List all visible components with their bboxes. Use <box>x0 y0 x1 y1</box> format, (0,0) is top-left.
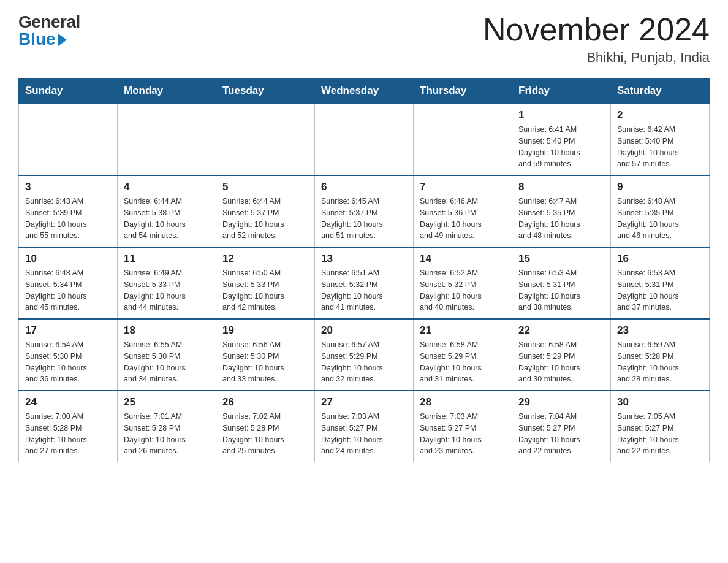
calendar-cell: 17Sunrise: 6:54 AMSunset: 5:30 PMDayligh… <box>19 319 118 391</box>
day-number: 28 <box>420 396 506 408</box>
day-info: Sunrise: 7:00 AMSunset: 5:28 PMDaylight:… <box>25 411 111 457</box>
day-number: 30 <box>617 396 703 408</box>
calendar-cell: 4Sunrise: 6:44 AMSunset: 5:38 PMDaylight… <box>118 175 216 247</box>
day-number: 23 <box>617 324 703 337</box>
calendar-cell: 22Sunrise: 6:58 AMSunset: 5:29 PMDayligh… <box>512 319 611 391</box>
month-title: November 2024 <box>483 12 710 47</box>
day-info: Sunrise: 6:43 AMSunset: 5:39 PMDaylight:… <box>25 196 111 242</box>
day-info: Sunrise: 7:04 AMSunset: 5:27 PMDaylight:… <box>518 411 604 457</box>
day-number: 14 <box>420 253 506 265</box>
day-info: Sunrise: 6:59 AMSunset: 5:28 PMDaylight:… <box>617 339 703 385</box>
calendar-cell: 25Sunrise: 7:01 AMSunset: 5:28 PMDayligh… <box>118 391 216 462</box>
calendar-week-row: 3Sunrise: 6:43 AMSunset: 5:39 PMDaylight… <box>19 175 710 247</box>
weekday-header-row: SundayMondayTuesdayWednesdayThursdayFrid… <box>19 79 710 104</box>
calendar-cell: 16Sunrise: 6:53 AMSunset: 5:31 PMDayligh… <box>611 247 710 319</box>
day-info: Sunrise: 6:53 AMSunset: 5:31 PMDaylight:… <box>518 267 604 313</box>
calendar-cell: 28Sunrise: 7:03 AMSunset: 5:27 PMDayligh… <box>414 391 512 462</box>
day-number: 25 <box>124 396 210 408</box>
calendar-cell: 19Sunrise: 6:56 AMSunset: 5:30 PMDayligh… <box>216 319 315 391</box>
day-number: 7 <box>420 181 506 193</box>
calendar-cell <box>414 104 512 175</box>
day-info: Sunrise: 7:03 AMSunset: 5:27 PMDaylight:… <box>420 411 506 457</box>
calendar-cell: 3Sunrise: 6:43 AMSunset: 5:39 PMDaylight… <box>19 175 118 247</box>
calendar-cell <box>216 104 315 175</box>
day-info: Sunrise: 6:52 AMSunset: 5:32 PMDaylight:… <box>420 267 506 313</box>
day-number: 24 <box>25 396 111 408</box>
day-info: Sunrise: 6:58 AMSunset: 5:29 PMDaylight:… <box>518 339 604 385</box>
day-number: 20 <box>321 324 407 337</box>
day-info: Sunrise: 6:54 AMSunset: 5:30 PMDaylight:… <box>25 339 111 385</box>
day-info: Sunrise: 6:49 AMSunset: 5:33 PMDaylight:… <box>124 267 210 313</box>
day-number: 12 <box>222 253 308 265</box>
day-info: Sunrise: 6:47 AMSunset: 5:35 PMDaylight:… <box>518 196 604 242</box>
title-area: November 2024 Bhikhi, Punjab, India <box>483 12 710 66</box>
calendar-cell: 14Sunrise: 6:52 AMSunset: 5:32 PMDayligh… <box>414 247 512 319</box>
weekday-header-tuesday: Tuesday <box>216 79 315 104</box>
weekday-header-monday: Monday <box>118 79 216 104</box>
calendar-cell: 5Sunrise: 6:44 AMSunset: 5:37 PMDaylight… <box>216 175 315 247</box>
calendar-cell <box>118 104 216 175</box>
day-number: 4 <box>124 181 210 193</box>
day-info: Sunrise: 6:56 AMSunset: 5:30 PMDaylight:… <box>222 339 308 385</box>
calendar-body: 1Sunrise: 6:41 AMSunset: 5:40 PMDaylight… <box>19 104 710 462</box>
day-info: Sunrise: 6:55 AMSunset: 5:30 PMDaylight:… <box>124 339 210 385</box>
calendar-table: SundayMondayTuesdayWednesdayThursdayFrid… <box>18 78 710 462</box>
day-info: Sunrise: 6:44 AMSunset: 5:37 PMDaylight:… <box>222 196 308 242</box>
day-number: 18 <box>124 324 210 337</box>
calendar-cell <box>315 104 414 175</box>
day-number: 8 <box>518 181 604 193</box>
weekday-header-wednesday: Wednesday <box>315 79 414 104</box>
day-number: 15 <box>518 253 604 265</box>
calendar-cell: 29Sunrise: 7:04 AMSunset: 5:27 PMDayligh… <box>512 391 611 462</box>
day-info: Sunrise: 6:45 AMSunset: 5:37 PMDaylight:… <box>321 196 407 242</box>
day-info: Sunrise: 6:50 AMSunset: 5:33 PMDaylight:… <box>222 267 308 313</box>
calendar-cell: 6Sunrise: 6:45 AMSunset: 5:37 PMDaylight… <box>315 175 414 247</box>
day-number: 22 <box>518 324 604 337</box>
calendar-cell: 9Sunrise: 6:48 AMSunset: 5:35 PMDaylight… <box>611 175 710 247</box>
day-number: 9 <box>617 181 703 193</box>
day-info: Sunrise: 6:57 AMSunset: 5:29 PMDaylight:… <box>321 339 407 385</box>
location-title: Bhikhi, Punjab, India <box>483 50 710 66</box>
calendar-cell: 21Sunrise: 6:58 AMSunset: 5:29 PMDayligh… <box>414 319 512 391</box>
calendar-week-row: 1Sunrise: 6:41 AMSunset: 5:40 PMDaylight… <box>19 104 710 175</box>
calendar-cell: 27Sunrise: 7:03 AMSunset: 5:27 PMDayligh… <box>315 391 414 462</box>
calendar-cell: 23Sunrise: 6:59 AMSunset: 5:28 PMDayligh… <box>611 319 710 391</box>
day-number: 13 <box>321 253 407 265</box>
day-info: Sunrise: 6:46 AMSunset: 5:36 PMDaylight:… <box>420 196 506 242</box>
day-info: Sunrise: 6:53 AMSunset: 5:31 PMDaylight:… <box>617 267 703 313</box>
calendar-cell: 11Sunrise: 6:49 AMSunset: 5:33 PMDayligh… <box>118 247 216 319</box>
logo: General Blue <box>18 12 80 49</box>
day-number: 21 <box>420 324 506 337</box>
day-number: 5 <box>222 181 308 193</box>
calendar-cell: 2Sunrise: 6:42 AMSunset: 5:40 PMDaylight… <box>611 104 710 175</box>
day-info: Sunrise: 7:05 AMSunset: 5:27 PMDaylight:… <box>617 411 703 457</box>
day-info: Sunrise: 7:03 AMSunset: 5:27 PMDaylight:… <box>321 411 407 457</box>
day-number: 27 <box>321 396 407 408</box>
calendar-cell: 26Sunrise: 7:02 AMSunset: 5:28 PMDayligh… <box>216 391 315 462</box>
day-info: Sunrise: 6:48 AMSunset: 5:35 PMDaylight:… <box>617 196 703 242</box>
day-number: 6 <box>321 181 407 193</box>
day-info: Sunrise: 6:42 AMSunset: 5:40 PMDaylight:… <box>617 124 703 170</box>
day-info: Sunrise: 6:44 AMSunset: 5:38 PMDaylight:… <box>124 196 210 242</box>
day-number: 16 <box>617 253 703 265</box>
weekday-header-saturday: Saturday <box>611 79 710 104</box>
calendar-cell: 15Sunrise: 6:53 AMSunset: 5:31 PMDayligh… <box>512 247 611 319</box>
calendar-cell: 10Sunrise: 6:48 AMSunset: 5:34 PMDayligh… <box>19 247 118 319</box>
calendar-cell: 20Sunrise: 6:57 AMSunset: 5:29 PMDayligh… <box>315 319 414 391</box>
day-info: Sunrise: 6:41 AMSunset: 5:40 PMDaylight:… <box>518 124 604 170</box>
day-info: Sunrise: 6:48 AMSunset: 5:34 PMDaylight:… <box>25 267 111 313</box>
calendar-cell: 30Sunrise: 7:05 AMSunset: 5:27 PMDayligh… <box>611 391 710 462</box>
calendar-cell: 1Sunrise: 6:41 AMSunset: 5:40 PMDaylight… <box>512 104 611 175</box>
calendar-cell: 24Sunrise: 7:00 AMSunset: 5:28 PMDayligh… <box>19 391 118 462</box>
day-number: 17 <box>25 324 111 337</box>
logo-arrow-icon <box>58 34 67 46</box>
calendar-cell: 7Sunrise: 6:46 AMSunset: 5:36 PMDaylight… <box>414 175 512 247</box>
weekday-header-friday: Friday <box>512 79 611 104</box>
day-info: Sunrise: 6:51 AMSunset: 5:32 PMDaylight:… <box>321 267 407 313</box>
header: General Blue November 2024 Bhikhi, Punja… <box>18 12 710 66</box>
calendar-cell: 8Sunrise: 6:47 AMSunset: 5:35 PMDaylight… <box>512 175 611 247</box>
logo-blue-row: Blue <box>18 29 67 49</box>
calendar-cell: 12Sunrise: 6:50 AMSunset: 5:33 PMDayligh… <box>216 247 315 319</box>
day-number: 3 <box>25 181 111 193</box>
calendar-week-row: 17Sunrise: 6:54 AMSunset: 5:30 PMDayligh… <box>19 319 710 391</box>
